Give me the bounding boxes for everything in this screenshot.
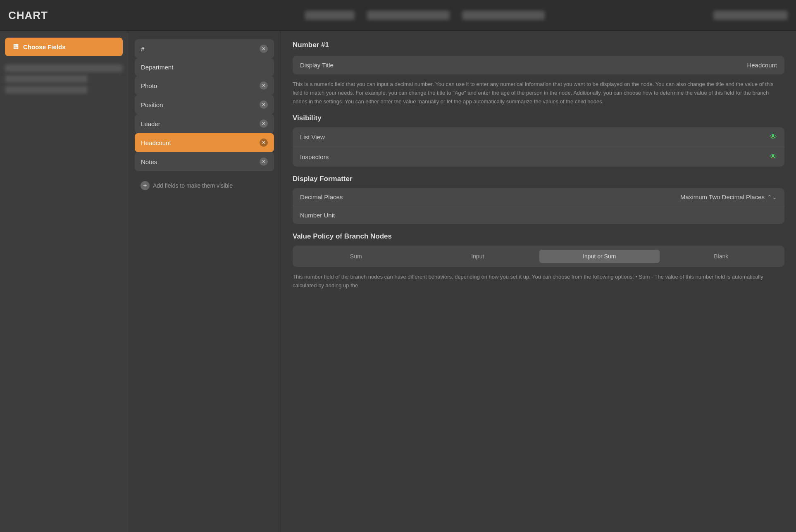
top-bar: CHART [0,0,796,31]
stepper-icon: ⌃⌄ [767,194,777,200]
field-item-label-hash: # [141,45,144,52]
fields-panel: #✕DepartmentPhoto✕Position✕Leader✕Headco… [128,31,281,532]
choose-fields-label: Choose Fields [23,43,66,50]
field-item-label-notes: Notes [141,158,157,165]
add-fields-row[interactable]: + Add fields to make them visible [135,176,274,195]
inspectors-label: Inspectors [300,153,329,160]
top-bar-right [713,11,788,20]
decimal-places-label: Decimal Places [300,193,343,200]
field-description: This is a numeric field that you can inp… [293,80,784,106]
field-item-department[interactable]: Department [135,58,274,76]
field-item-label-headcount: Headcount [141,139,171,146]
branch-option-blank[interactable]: Blank [661,250,782,263]
field-item-close-headcount[interactable]: ✕ [260,138,268,147]
main-area: 🖥 Choose Fields #✕DepartmentPhoto✕Positi… [0,31,796,532]
settings-panel: Number #1 Display Title Headcount This i… [281,31,796,532]
field-item-headcount[interactable]: Headcount✕ [135,133,274,152]
list-view-label: List View [300,134,325,141]
visibility-row-inspectors: Inspectors 👁 [293,147,784,167]
field-item-label-leader: Leader [141,120,160,127]
fields-list: #✕DepartmentPhoto✕Position✕Leader✕Headco… [135,39,274,171]
inspectors-eye-icon[interactable]: 👁 [770,153,777,161]
field-item-close-position[interactable]: ✕ [260,100,268,109]
add-fields-plus-icon: + [141,181,150,190]
sidebar: 🖥 Choose Fields [0,31,128,532]
display-title-row: Display Title Headcount [293,56,784,74]
field-item-notes[interactable]: Notes✕ [135,152,274,171]
field-item-close-hash[interactable]: ✕ [260,45,268,53]
top-bar-blurred-1 [305,11,355,20]
branch-options-row: SumInputInput or SumBlank [293,246,784,267]
top-bar-left: CHART [8,9,136,22]
app-title: CHART [8,9,48,22]
field-item-label-photo: Photo [141,82,157,89]
branch-option-sum[interactable]: Sum [296,250,416,263]
number-unit-label: Number Unit [300,212,335,219]
branch-option-input-or-sum[interactable]: Input or Sum [539,250,660,263]
number-unit-row: Number Unit [293,206,784,224]
field-item-label-position: Position [141,101,163,108]
field-item-close-leader[interactable]: ✕ [260,119,268,128]
branch-description: This number field of the branch nodes ca… [293,273,784,290]
field-item-close-notes[interactable]: ✕ [260,157,268,166]
branch-option-input[interactable]: Input [418,250,538,263]
field-item-leader[interactable]: Leader✕ [135,114,274,133]
visibility-row-list-view: List View 👁 [293,127,784,147]
sidebar-blurred-row-1 [5,64,123,72]
top-bar-blurred-4 [713,11,788,20]
top-bar-blurred-2 [367,11,450,20]
sidebar-blurred-section [5,64,123,93]
decimal-places-value: Maximum Two Decimal Places [680,193,765,200]
list-view-eye-icon[interactable]: 👁 [770,133,777,141]
add-fields-label: Add fields to make them visible [153,182,233,189]
branch-policy-card: SumInputInput or SumBlank [293,246,784,267]
display-title-value[interactable]: Headcount [747,62,777,69]
field-item-label-department: Department [141,64,173,71]
visibility-title: Visibility [293,114,784,122]
branch-policy-title: Value Policy of Branch Nodes [293,232,784,241]
number-title: Number #1 [293,41,784,49]
decimal-places-row: Decimal Places Maximum Two Decimal Place… [293,188,784,206]
display-title-label: Display Title [300,62,334,69]
formatter-title: Display Formatter [293,175,784,183]
formatter-card: Decimal Places Maximum Two Decimal Place… [293,188,784,224]
sidebar-blurred-row-2 [5,75,88,83]
field-item-position[interactable]: Position✕ [135,95,274,114]
field-item-close-photo[interactable]: ✕ [260,81,268,90]
decimal-places-value-container[interactable]: Maximum Two Decimal Places ⌃⌄ [680,193,777,200]
top-bar-center [145,11,705,20]
top-bar-blurred-3 [462,11,545,20]
visibility-card: List View 👁 Inspectors 👁 [293,127,784,167]
monitor-icon: 🖥 [12,43,19,51]
sidebar-blurred-row-3 [5,86,88,93]
field-item-hash[interactable]: #✕ [135,39,274,58]
field-item-photo[interactable]: Photo✕ [135,76,274,95]
choose-fields-button[interactable]: 🖥 Choose Fields [5,38,123,56]
